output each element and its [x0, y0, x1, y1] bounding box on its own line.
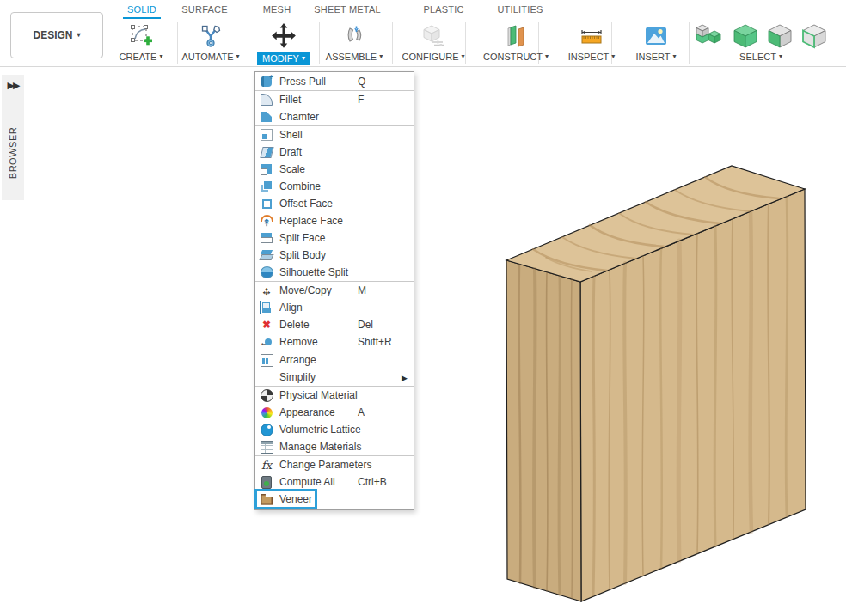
- toolbar-group-construct[interactable]: CONSTRUCT▾: [479, 19, 553, 67]
- toolbar-group-configure[interactable]: CONFIGURE▾: [396, 19, 470, 67]
- create-label: CREATE: [120, 52, 157, 62]
- modify-menu-item[interactable]: Appearance A: [255, 404, 414, 421]
- veneer-icon: [260, 492, 273, 506]
- modify-menu-item[interactable]: Change Parameters: [255, 456, 414, 473]
- modify-menu-item[interactable]: Fillet F: [255, 91, 414, 108]
- toolbar-group-insert[interactable]: INSERT▾: [619, 19, 693, 67]
- expand-browser-icon[interactable]: ▶▶: [8, 80, 19, 91]
- menu-item-label: Combine: [279, 180, 321, 192]
- modify-menu-item[interactable]: Remove Shift+R: [255, 333, 414, 351]
- chevron-down-icon: ▾: [159, 53, 162, 60]
- offsetface-icon: [260, 197, 273, 210]
- model-viewport[interactable]: [25, 68, 846, 616]
- computeall-icon: [260, 475, 273, 489]
- ribbon-tab-label: PLASTIC: [423, 4, 463, 15]
- configure-icon: [420, 21, 446, 51]
- select-mode-bodies-icon[interactable]: [694, 23, 725, 49]
- ribbon-tab[interactable]: SHEET METAL: [310, 0, 385, 19]
- ribbon-tab[interactable]: UTILITIES: [493, 0, 547, 19]
- select-mode-body-outline-icon[interactable]: [800, 23, 828, 49]
- replaceface-icon: [260, 214, 273, 228]
- modify-menu-item[interactable]: Replace Face: [255, 212, 414, 229]
- modify-menu-item[interactable]: Arrange: [255, 351, 414, 369]
- browser-panel-label: BROWSER: [8, 127, 18, 179]
- wood-board[interactable]: [506, 166, 806, 601]
- modify-menu-item[interactable]: Volumetric Lattice: [255, 421, 414, 438]
- ribbon-tab[interactable]: PLASTIC: [419, 0, 468, 19]
- ribbon-tab[interactable]: MESH: [259, 0, 296, 19]
- modify-menu-item[interactable]: Split Face: [255, 229, 414, 247]
- menu-item-shortcut: M: [358, 284, 366, 296]
- modify-menu-item[interactable]: Draft: [255, 143, 414, 161]
- vlattice-icon: [260, 423, 273, 436]
- design-workspace-button[interactable]: DESIGN ▾: [10, 12, 103, 58]
- modify-menu-item[interactable]: Simplify: [255, 369, 414, 386]
- menu-item-label: Compute All: [279, 476, 335, 488]
- ribbon-tab[interactable]: SURFACE: [177, 0, 231, 19]
- ribbon-tab-label: UTILITIES: [497, 4, 543, 15]
- modify-menu-item[interactable]: Chamfer: [255, 108, 414, 125]
- assemble-icon: [341, 21, 367, 51]
- modify-label: MODIFY: [262, 53, 299, 64]
- toolbar-group-create[interactable]: CREATE▾: [104, 19, 178, 67]
- modify-menu-item[interactable]: Veneer: [255, 491, 414, 508]
- chevron-down-icon: ▾: [236, 53, 240, 60]
- none-icon: [260, 370, 273, 384]
- modify-menu-item[interactable]: Delete Del: [255, 316, 414, 333]
- modify-menu-item[interactable]: Press Pull Q: [255, 73, 414, 90]
- modify-menu-item[interactable]: Scale: [255, 161, 414, 178]
- select-mode-face-icon[interactable]: [766, 23, 794, 49]
- modify-menu-item[interactable]: Silhouette Split: [255, 264, 414, 281]
- modify-menu-item[interactable]: Split Body: [255, 247, 414, 264]
- chevron-down-icon: ▾: [673, 53, 677, 60]
- modify-menu-item[interactable]: Compute All Ctrl+B: [255, 473, 414, 491]
- inspect-measure-icon: [579, 21, 604, 51]
- toolbar-group-select[interactable]: SELECT▾: [684, 19, 838, 67]
- modify-menu-item[interactable]: Align: [255, 299, 414, 316]
- ribbon-tab[interactable]: SOLID: [123, 0, 161, 19]
- design-button-label: DESIGN: [33, 29, 72, 41]
- menu-item-label: Split Face: [279, 232, 325, 244]
- fillet-icon: [260, 93, 273, 107]
- menu-item-label: Draft: [279, 146, 302, 158]
- modify-menu-item[interactable]: Offset Face: [255, 195, 414, 212]
- toolbar-separator: [392, 22, 393, 64]
- menu-item-label: Manage Materials: [279, 441, 361, 453]
- modify-dropdown-menu: Press Pull Q Fillet F Chamfer Shell: [254, 71, 414, 510]
- menu-item-label: Fillet: [279, 94, 301, 106]
- create-icon: [128, 21, 154, 51]
- menu-item-label: Press Pull: [279, 76, 326, 88]
- appearance-icon: [260, 406, 273, 419]
- toolbar-group-assemble[interactable]: ASSEMBLE▾: [317, 19, 391, 67]
- splitface-icon: [260, 231, 273, 245]
- select-mode-solid-icon[interactable]: [732, 23, 759, 49]
- chevron-down-icon: ▾: [461, 53, 464, 60]
- menu-item-label: Scale: [279, 163, 305, 175]
- chevron-down-icon: ▾: [379, 53, 383, 60]
- toolbar-group-automate[interactable]: AUTOMATE▾: [174, 19, 248, 67]
- scale-icon: [260, 162, 273, 176]
- menu-item-shortcut: A: [358, 406, 365, 418]
- physmat-icon: [260, 388, 273, 402]
- menu-item-label: Physical Material: [279, 389, 358, 401]
- modify-menu-item[interactable]: Manage Materials: [255, 438, 414, 455]
- insert-image-icon: [643, 21, 669, 51]
- wood-board-canvas: [464, 155, 846, 616]
- modify-menu-item[interactable]: Shell: [255, 126, 414, 143]
- wood-face-left[interactable]: [506, 260, 581, 601]
- modify-menu-item[interactable]: Combine: [255, 178, 414, 195]
- toolbar-group-modify[interactable]: MODIFY▾: [247, 19, 321, 67]
- chamfer-icon: [260, 110, 273, 124]
- browser-panel-collapsed: ▶▶ BROWSER: [2, 75, 24, 200]
- modify-menu-item[interactable]: Move/Copy M: [255, 282, 414, 299]
- menu-item-label: Replace Face: [279, 215, 343, 227]
- automate-label: AUTOMATE: [181, 52, 233, 62]
- toolbar-group-inspect[interactable]: INSPECT▾: [555, 19, 628, 67]
- assemble-label: ASSEMBLE: [326, 52, 377, 62]
- construct-label: CONSTRUCT: [483, 52, 543, 62]
- configure-label: CONFIGURE: [402, 52, 458, 62]
- modify-menu-item[interactable]: Physical Material: [255, 387, 414, 404]
- menu-item-shortcut: Ctrl+B: [358, 476, 387, 488]
- submenu-arrow-icon: [402, 371, 408, 383]
- menu-item-label: Volumetric Lattice: [279, 424, 361, 436]
